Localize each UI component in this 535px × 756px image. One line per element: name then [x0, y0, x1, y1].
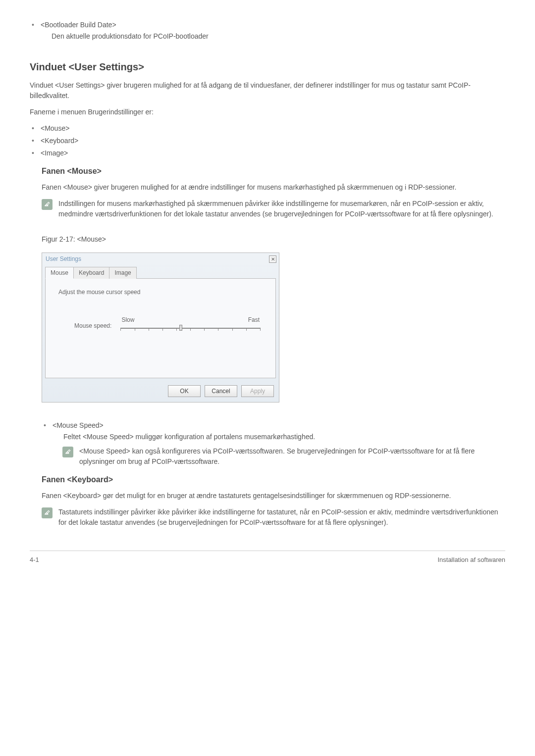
mouse-tab-para: Fanen <Mouse> giver brugeren mulighed fo…: [42, 182, 505, 193]
list-item: <Image>: [41, 148, 505, 158]
mouse-speed-desc: Feltet <Mouse Speed> muliggør konfigurat…: [63, 432, 505, 442]
note-text: Indstillingen for musens markørhastighed…: [58, 199, 505, 219]
note-icon: [62, 447, 73, 457]
note-text: <Mouse Speed> kan også konfigureres via …: [79, 446, 505, 467]
slider-row: Mouse speed: Slow Fast: [54, 315, 267, 336]
intro-list: <Bootloader Build Date> Den aktuelle pro…: [30, 20, 505, 42]
note-icon: [42, 199, 53, 210]
ok-button[interactable]: OK: [168, 385, 201, 397]
slider-label: Mouse speed:: [74, 315, 111, 330]
tab-mouse[interactable]: Mouse: [45, 267, 74, 279]
note-icon: [42, 507, 53, 518]
tabs-list: <Mouse> <Keyboard> <Image>: [30, 123, 505, 158]
slider-slow-label: Slow: [121, 315, 134, 324]
list-item: <Keyboard>: [41, 136, 505, 146]
section-user-settings-heading: Vinduet <User Settings>: [30, 59, 505, 74]
slider-fast-label: Fast: [248, 315, 260, 324]
dialog-titlebar: User Settings ✕: [42, 253, 279, 265]
tab-image[interactable]: Image: [109, 267, 136, 279]
tab-panel: Adjust the mouse cursor speed Mouse spee…: [45, 278, 276, 378]
figure-caption: Figur 2-17: <Mouse>: [42, 234, 505, 245]
slider-end-labels: Slow Fast: [120, 315, 261, 324]
footer-section-title: Installation af softwaren: [437, 555, 505, 565]
list-item: <Mouse>: [41, 123, 505, 134]
panel-instruction: Adjust the mouse cursor speed: [54, 288, 267, 297]
note-text: Tastaturets indstillinger påvirker ikke …: [58, 507, 505, 528]
list-item: <Mouse Speed> Feltet <Mouse Speed> mulig…: [53, 420, 505, 467]
page-footer: 4-1 Installation af softwaren: [30, 551, 505, 565]
note-block: Indstillingen for musens markørhastighed…: [42, 199, 505, 219]
slider-thumb[interactable]: [179, 325, 182, 331]
keyboard-tab-para: Fanen <Keyboard> gør det muligt for en b…: [42, 491, 505, 501]
bootloader-title: <Bootloader Build Date>: [41, 21, 116, 29]
mouse-tab-heading: Fanen <Mouse>: [42, 165, 505, 177]
dialog-title: User Settings: [46, 254, 81, 263]
bootloader-desc: Den aktuelle produktionsdato for PCoIP-b…: [52, 31, 505, 42]
mouse-speed-slider[interactable]: [120, 326, 261, 336]
slider-wrap: Slow Fast: [120, 315, 267, 336]
keyboard-tab-heading: Fanen <Keyboard>: [42, 474, 505, 486]
section-user-settings-para2: Fanerne i menuen Brugerindstillinger er:: [30, 107, 505, 117]
cancel-button[interactable]: Cancel: [205, 385, 237, 397]
note-block: Tastaturets indstillinger påvirker ikke …: [42, 507, 505, 528]
dialog-button-row: OK Cancel Apply: [42, 381, 279, 402]
mouse-speed-title: <Mouse Speed>: [53, 421, 104, 429]
close-button[interactable]: ✕: [269, 255, 276, 263]
user-settings-dialog: User Settings ✕ Mouse Keyboard Image Adj…: [42, 252, 279, 403]
slider-ticks: [120, 328, 261, 331]
mouse-speed-list: <Mouse Speed> Feltet <Mouse Speed> mulig…: [42, 420, 505, 467]
note-block: <Mouse Speed> kan også konfigureres via …: [62, 446, 505, 467]
section-user-settings-para1: Vinduet <User Settings> giver brugeren m…: [30, 80, 505, 101]
list-item: <Bootloader Build Date> Den aktuelle pro…: [41, 20, 505, 42]
tabs-row: Mouse Keyboard Image: [42, 265, 279, 279]
footer-page-number: 4-1: [30, 555, 39, 565]
apply-button[interactable]: Apply: [241, 385, 274, 397]
tab-keyboard[interactable]: Keyboard: [73, 267, 109, 279]
close-icon: ✕: [271, 255, 275, 263]
